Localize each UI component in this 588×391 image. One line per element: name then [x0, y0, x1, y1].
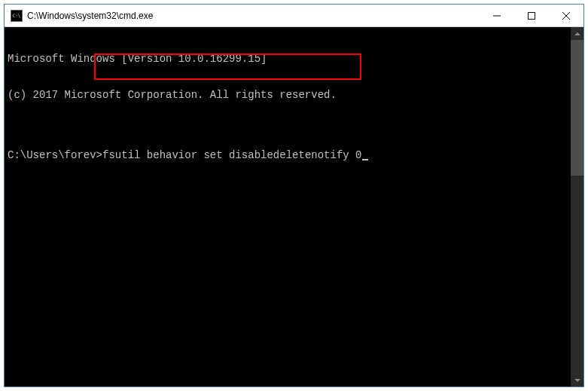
console-prompt-line: C:\Users\forev>fsutil behavior set disab… [8, 149, 580, 161]
console-output-line: (c) 2017 Microsoft Corporation. All righ… [8, 89, 580, 101]
chevron-up-icon [574, 32, 580, 35]
maximize-icon [528, 12, 535, 20]
scrollbar-thumb[interactable] [571, 40, 583, 176]
command-text: fsutil behavior set disabledeletenotify … [102, 149, 361, 161]
maximize-button[interactable] [514, 5, 549, 26]
scroll-down-button[interactable] [571, 374, 583, 386]
minimize-button[interactable] [480, 5, 514, 26]
cmd-window: C:\Windows\system32\cmd.exe Microsoft Wi… [4, 4, 584, 387]
titlebar[interactable]: C:\Windows\system32\cmd.exe [5, 5, 583, 27]
cmd-icon [11, 10, 23, 22]
console-area[interactable]: Microsoft Windows [Version 10.0.16299.15… [5, 27, 583, 386]
chevron-down-icon [574, 379, 580, 382]
window-title: C:\Windows\system32\cmd.exe [27, 11, 480, 21]
svg-rect-1 [529, 12, 535, 19]
text-cursor [362, 159, 368, 160]
scroll-up-button[interactable] [571, 27, 583, 40]
close-icon [562, 12, 570, 20]
close-button[interactable] [549, 5, 583, 26]
minimize-icon [493, 12, 501, 20]
window-controls [480, 5, 583, 26]
prompt-text: C:\Users\forev> [8, 149, 102, 161]
console-output-line: Microsoft Windows [Version 10.0.16299.15… [8, 53, 580, 65]
vertical-scrollbar[interactable] [571, 27, 583, 386]
